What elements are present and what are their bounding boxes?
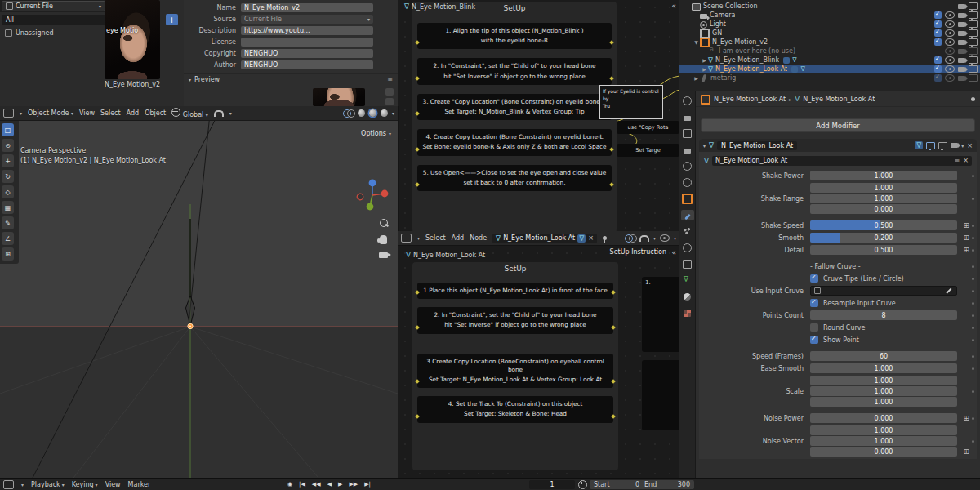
tool-select-box[interactable]: □ <box>2 123 14 136</box>
checkbox-icon[interactable] <box>934 11 942 19</box>
instruction-node-5[interactable]: 5. Use Open<——>Close to set the eye open… <box>417 165 612 191</box>
node-group-selector[interactable]: N_Eye Motion_Look At <box>712 156 972 166</box>
tab-view-layer[interactable] <box>681 145 694 155</box>
tab-object[interactable] <box>681 194 694 204</box>
tab-constraints[interactable] <box>681 259 694 270</box>
tool-cursor[interactable]: ⊙ <box>2 139 14 152</box>
attribute-toggle-icon[interactable] <box>963 246 969 254</box>
frame-end-field[interactable]: End300 <box>640 480 694 489</box>
node-editor-look-at[interactable]: Select Add Node N_Eye Motion_Look At Set… <box>398 231 680 479</box>
menu-grip-icon[interactable] <box>387 76 393 83</box>
outliner-row-note[interactable]: I am over here (no use) <box>679 47 980 56</box>
attribute-toggle-icon[interactable] <box>963 221 969 229</box>
checkbox[interactable] <box>810 274 818 283</box>
tool-move[interactable]: + <box>2 154 14 167</box>
pin-icon[interactable] <box>603 236 607 240</box>
zoom-icon[interactable] <box>380 219 388 227</box>
tab-particles[interactable] <box>681 226 694 237</box>
tab-material[interactable] <box>681 292 694 302</box>
modifier-badge-icon[interactable] <box>783 57 790 64</box>
instruction-node-4[interactable]: 4. Create Copy Location (Bone Constraint… <box>417 129 612 155</box>
collapse-region-icon[interactable] <box>671 2 676 10</box>
menu-playback[interactable]: Playback <box>31 481 65 488</box>
camera-view-icon[interactable] <box>379 252 388 258</box>
chevron-down-icon[interactable] <box>20 109 22 117</box>
checkbox[interactable] <box>810 336 818 344</box>
editor-type-icon[interactable] <box>401 234 412 243</box>
fake-user-button[interactable] <box>577 234 586 243</box>
partial-node[interactable] <box>642 360 679 430</box>
tab-physics[interactable] <box>681 243 694 253</box>
nodetree-badge-icon[interactable] <box>800 66 806 73</box>
unlink-icon[interactable] <box>963 157 969 164</box>
tab-modifier[interactable] <box>681 210 694 220</box>
options-dropdown[interactable]: Options <box>361 130 391 137</box>
tool-scale[interactable]: ◇ <box>2 185 14 198</box>
node-tree-selector[interactable]: N_Eye Motion_Look At <box>492 234 597 243</box>
render-toggle-icon[interactable] <box>958 13 965 18</box>
modifier-badge-icon[interactable] <box>791 66 798 73</box>
instruction-node-1[interactable]: 1. Align the tip of this object (N_Motio… <box>417 23 612 49</box>
outliner-row-light[interactable]: Light <box>679 20 980 29</box>
setup-frame-node[interactable]: SetUp 1. Align the tip of this object (N… <box>412 2 617 233</box>
tab-scene[interactable] <box>681 161 694 172</box>
orientation-dropdown[interactable]: Global <box>172 108 208 118</box>
instruction-node-1[interactable]: 1.Place this object (N_Eye Motion_Look A… <box>417 283 613 299</box>
shading-rendered-icon[interactable] <box>381 109 388 117</box>
pin-icon[interactable] <box>971 97 975 101</box>
outliner-row-gn[interactable]: GN <box>679 29 980 38</box>
author-field[interactable]: NENGHUO <box>241 60 373 69</box>
menu-add[interactable]: Add <box>127 109 140 117</box>
attribute-toggle-icon[interactable] <box>963 234 969 242</box>
realtime-toggle-icon[interactable] <box>926 142 935 149</box>
tool-annotate[interactable]: ✎ <box>2 216 14 229</box>
outliner-row-scene-collection[interactable]: Scene Collection <box>679 2 980 11</box>
overlay-toggle-icon[interactable] <box>625 234 635 242</box>
outliner-row-eye-motion-v2[interactable]: ▼ N_Eye Motion_v2 <box>679 38 980 47</box>
tab-render[interactable] <box>681 112 694 122</box>
outliner-row-eye-motion-blink[interactable]: ▶ N_Eye Motion_Blink <box>679 56 980 65</box>
asset-thumbnail[interactable]: eye Motio <box>105 0 160 79</box>
breadcrumb-object[interactable]: N_Eye Motion_Look At <box>714 96 786 103</box>
tab-texture[interactable] <box>681 308 694 318</box>
tool-add-cube[interactable]: ⊞ <box>2 247 14 261</box>
menu-view[interactable]: View <box>79 109 95 117</box>
viewport-display-icon[interactable] <box>938 142 947 149</box>
tab-output[interactable] <box>681 128 694 139</box>
eye-icon[interactable] <box>945 11 955 19</box>
menu-node[interactable]: Node <box>470 234 487 242</box>
preview-refresh-button[interactable] <box>385 88 394 96</box>
outliner-row-eye-motion-look-at[interactable]: ▶ N_Eye Motion_Look At <box>679 65 980 74</box>
menu-select[interactable]: Select <box>100 109 121 117</box>
unlink-icon[interactable] <box>588 234 594 242</box>
shading-material-icon[interactable] <box>369 109 376 117</box>
frame-start-field[interactable]: Start0 <box>590 480 644 489</box>
add-catalog-button[interactable] <box>166 14 178 25</box>
checkbox[interactable] <box>810 323 818 332</box>
overlays-eye-icon[interactable] <box>660 234 670 242</box>
geometry-nodes-icon[interactable] <box>915 141 923 149</box>
render-toggle-icon[interactable] <box>951 143 958 148</box>
menu-grip-icon[interactable] <box>955 157 960 164</box>
attribute-toggle-icon[interactable] <box>963 414 969 422</box>
copyright-field[interactable]: NENGHUO <box>241 49 373 58</box>
preview-section-header[interactable]: Preview <box>184 74 398 85</box>
nodetree-badge-icon[interactable] <box>791 57 798 64</box>
tool-rotate[interactable]: ↻ <box>2 170 14 183</box>
chevron-down-icon[interactable] <box>703 142 706 149</box>
close-icon[interactable] <box>967 142 973 149</box>
add-modifier-button[interactable]: Add Modifier <box>701 118 975 132</box>
catalog-item-all[interactable]: All <box>2 15 110 25</box>
preview-menu-button[interactable] <box>385 98 394 105</box>
outliner-row-metarig[interactable]: ▶ metarig <box>679 74 980 82</box>
jump-to-start-button[interactable] <box>299 481 305 488</box>
instruction-node-2[interactable]: 2. In "Constraint", set the "Child of" t… <box>417 58 612 84</box>
viewport-toggle-icon[interactable] <box>969 11 978 19</box>
side-node-copy-rotation[interactable]: use "Copy Rota <box>617 121 679 134</box>
asset-source-dropdown[interactable]: Current File <box>2 1 105 11</box>
next-keyframe-button[interactable] <box>349 481 358 488</box>
menu-add[interactable]: Add <box>452 234 465 242</box>
magnet-snap-icon[interactable] <box>639 235 649 242</box>
mode-dropdown[interactable]: Object Mode <box>28 109 74 117</box>
editor-type-icon[interactable] <box>3 480 14 489</box>
